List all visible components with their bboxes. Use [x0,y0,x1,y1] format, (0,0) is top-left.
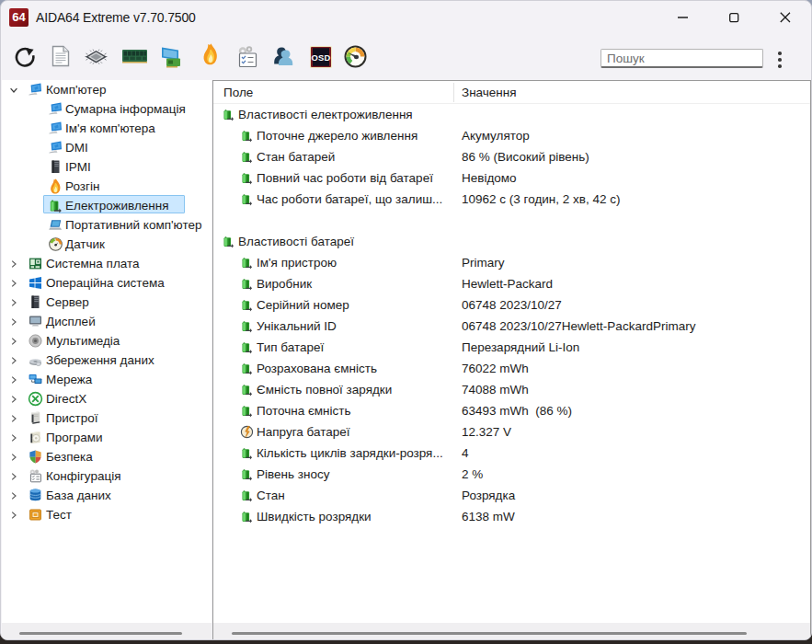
svg-text:OSD: OSD [312,52,331,63]
